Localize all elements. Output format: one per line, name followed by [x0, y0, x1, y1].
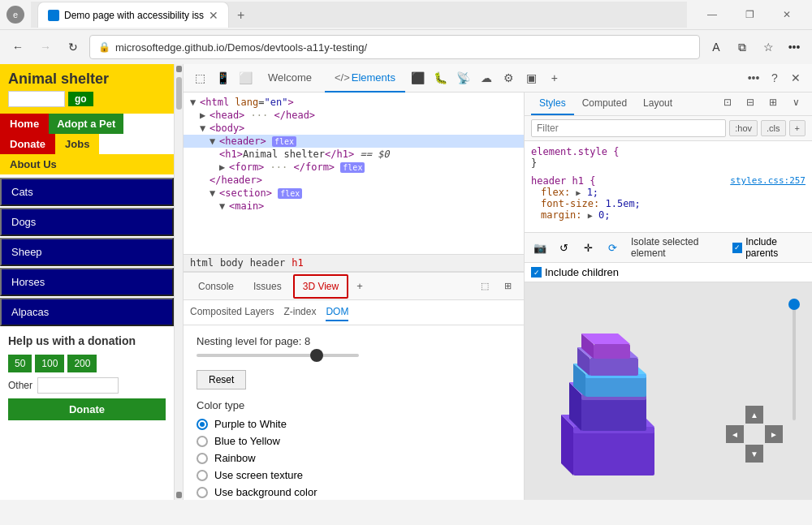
tab-welcome[interactable]: Welcome	[258, 64, 322, 93]
address-bar[interactable]: 🔒 microsoftedge.github.io/Demos/devtools…	[89, 35, 700, 59]
radio-bg-color[interactable]: Use background color	[197, 486, 511, 498]
devtools-more-btn[interactable]: •••	[744, 68, 763, 88]
v-slider-thumb[interactable]	[788, 299, 800, 310]
search-input[interactable]	[8, 91, 65, 107]
radio-screen-texture[interactable]: Use screen texture	[197, 469, 511, 481]
nav-right-btn[interactable]: ►	[765, 425, 783, 443]
pseudo-cls-btn[interactable]: .cls	[761, 120, 786, 136]
performance-icon[interactable]: 📡	[454, 68, 473, 88]
bc-header[interactable]: header	[250, 257, 285, 269]
tab-issues[interactable]: Issues	[245, 276, 290, 297]
tree-form[interactable]: ▶<form> ··· </form> flex	[184, 161, 524, 174]
sources-icon[interactable]: 🐛	[431, 68, 451, 88]
bc-h1[interactable]: h1	[292, 257, 303, 269]
inspect-icon[interactable]: ⬚	[190, 68, 209, 88]
screenshot-3d-btn[interactable]: 📷	[531, 238, 549, 257]
animal-alpacas[interactable]: Alpacas	[0, 298, 174, 326]
webpage-scrollbar[interactable]	[175, 64, 183, 500]
nav-aboutus[interactable]: About Us	[0, 154, 174, 174]
animal-cats[interactable]: Cats	[0, 178, 174, 206]
browser-tab[interactable]: Demo page with accessibility iss ✕	[37, 2, 229, 28]
animal-horses[interactable]: Horses	[0, 268, 174, 296]
minimize-btn[interactable]: —	[693, 2, 731, 28]
tab-elements[interactable]: </> Elements	[325, 64, 405, 93]
tree-main[interactable]: ▼<main>	[184, 200, 524, 213]
expand-icon[interactable]: ⊞	[498, 277, 517, 296]
profile-avatar[interactable]: e	[6, 6, 24, 24]
tree-body[interactable]: ▼<body>	[184, 122, 524, 135]
radio-purple-white[interactable]: Purple to White	[197, 418, 511, 430]
forward-btn[interactable]: →	[34, 36, 57, 58]
include-parents-check[interactable]: ✓ Include parents	[732, 236, 806, 259]
nav-jobs[interactable]: Jobs	[55, 134, 99, 154]
devtools-help-btn[interactable]: ?	[765, 68, 784, 88]
include-children-checkbox[interactable]: ✓	[531, 267, 542, 278]
more-tools-icon[interactable]: +	[545, 68, 564, 88]
window-close-btn[interactable]: ✕	[768, 2, 806, 28]
bc-html[interactable]: html	[190, 257, 214, 269]
nav-donate[interactable]: Donate	[0, 134, 55, 154]
tab-styles[interactable]: Styles	[531, 93, 574, 115]
devtools-close-btn[interactable]: ✕	[786, 68, 806, 88]
pseudo-hov-btn[interactable]: :hov	[729, 120, 758, 136]
nav-adopt[interactable]: Adopt a Pet	[49, 114, 123, 134]
styles-icon2[interactable]: ⊟	[741, 93, 760, 112]
settings-icon[interactable]: ⚙	[499, 68, 519, 88]
tree-html[interactable]: ▼<html lang="en">	[184, 96, 524, 109]
nav-home[interactable]: Home	[0, 114, 49, 134]
search-btn[interactable]: go	[68, 92, 93, 106]
refresh-btn[interactable]: ↻	[62, 36, 84, 58]
donate-btn[interactable]: Donate	[8, 398, 166, 420]
rotate-3d-btn[interactable]: ⟳	[603, 238, 621, 257]
vertical-slider[interactable]	[793, 299, 796, 420]
tree-header[interactable]: ▼<header> flex	[184, 135, 524, 148]
reset-btn[interactable]: Reset	[197, 370, 246, 389]
tree-section[interactable]: ▼<section> flex	[184, 187, 524, 200]
pan-3d-btn[interactable]: ✛	[580, 238, 598, 257]
amount-50[interactable]: 50	[8, 355, 32, 372]
device-icon[interactable]: 📱	[213, 68, 232, 88]
add-style-btn[interactable]: +	[789, 120, 806, 136]
tab-console[interactable]: Console	[190, 276, 242, 297]
animal-sheep[interactable]: Sheep	[0, 238, 174, 266]
nav-left-btn[interactable]: ◄	[726, 425, 744, 443]
screenshot-icon[interactable]: ⬜	[235, 68, 255, 88]
radio-rainbow[interactable]: Rainbow	[197, 452, 511, 464]
favorites-btn[interactable]: ☆	[757, 36, 780, 58]
subtab-composited[interactable]: Composited Layers	[190, 303, 274, 321]
tree-header-close[interactable]: </header>	[184, 174, 524, 187]
split-btn[interactable]: ⧉	[731, 36, 754, 58]
tree-h1[interactable]: <h1>Animal shelter</h1> == $0	[184, 148, 524, 161]
styles-icon1[interactable]: ⊡	[718, 93, 737, 112]
add-tab-btn[interactable]: +	[352, 277, 368, 295]
amount-200[interactable]: 200	[67, 355, 97, 372]
tab-close-btn[interactable]: ✕	[209, 9, 218, 22]
style-source-link[interactable]: styles.css:257	[730, 175, 806, 186]
tree-head[interactable]: ▶<head> ··· </head>	[184, 109, 524, 122]
layers-icon[interactable]: ▣	[522, 68, 542, 88]
tab-computed[interactable]: Computed	[574, 93, 635, 115]
other-input[interactable]	[37, 377, 119, 394]
more-btn[interactable]: •••	[783, 36, 806, 58]
animal-dogs[interactable]: Dogs	[0, 208, 174, 236]
back-btn[interactable]: ←	[6, 36, 29, 58]
tab-3dview[interactable]: 3D View	[293, 274, 348, 299]
read-mode-btn[interactable]: A	[705, 36, 728, 58]
network-icon[interactable]: ⬛	[408, 68, 428, 88]
amount-100[interactable]: 100	[35, 355, 64, 372]
styles-chevron[interactable]: ∨	[786, 93, 806, 112]
maximize-btn[interactable]: ❐	[731, 2, 768, 28]
new-tab-btn[interactable]: +	[229, 3, 253, 28]
memory-icon[interactable]: ☁	[477, 68, 496, 88]
undock-icon[interactable]: ⬚	[475, 277, 495, 296]
subtab-zindex[interactable]: Z-index	[283, 303, 316, 321]
include-parents-checkbox[interactable]: ✓	[732, 243, 742, 253]
reset-3d-btn[interactable]: ↺	[555, 238, 573, 257]
filter-input[interactable]	[531, 119, 726, 137]
bc-body[interactable]: body	[220, 257, 244, 269]
nav-down-btn[interactable]: ▼	[745, 445, 763, 463]
radio-blue-yellow[interactable]: Blue to Yellow	[197, 435, 511, 447]
nav-up-btn[interactable]: ▲	[745, 406, 763, 424]
styles-icon3[interactable]: ⊞	[763, 93, 783, 112]
tab-layout[interactable]: Layout	[635, 93, 680, 115]
